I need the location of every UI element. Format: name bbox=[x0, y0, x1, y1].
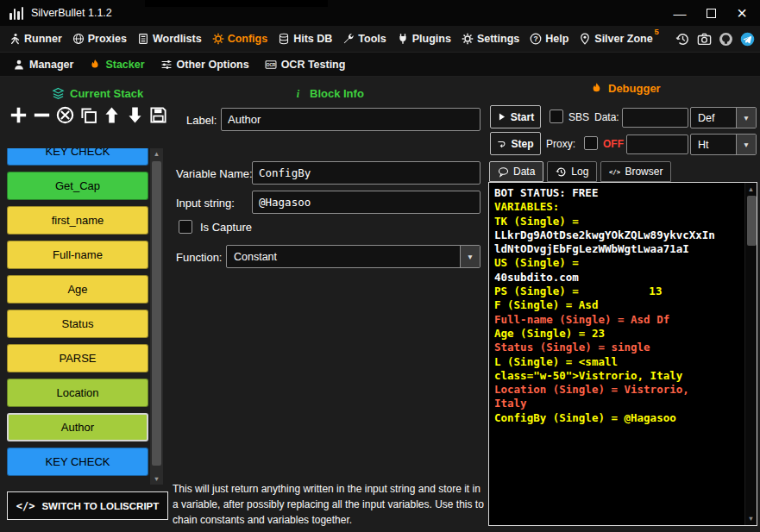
stack-block-full-name[interactable]: Full-name bbox=[7, 241, 148, 269]
menu-item-tools[interactable]: Tools bbox=[337, 26, 391, 52]
move-up-icon[interactable] bbox=[101, 103, 122, 126]
menu-item-hits-db[interactable]: Hits DB bbox=[273, 26, 337, 52]
menu-item-label: Runner bbox=[24, 33, 62, 45]
stack-toolbar bbox=[8, 103, 168, 126]
switch-to-loliscript-button[interactable]: </> SWITCH TO LOLISCRIPT bbox=[7, 491, 168, 520]
menu-item-label: Proxies bbox=[88, 33, 127, 45]
menu-item-label: Plugins bbox=[412, 33, 451, 45]
chevron-down-icon: ▼ bbox=[460, 246, 480, 267]
menu-item-runner[interactable]: Runner bbox=[3, 26, 67, 52]
scroll-down-icon[interactable]: ▼ bbox=[150, 473, 163, 485]
submenu-item-label: Stacker bbox=[105, 59, 144, 71]
step-button[interactable]: Step bbox=[490, 132, 541, 155]
add-block-icon[interactable] bbox=[8, 103, 28, 126]
tab-label: Log bbox=[571, 166, 588, 178]
tab-label: Data bbox=[513, 166, 535, 178]
input-string-input[interactable] bbox=[252, 191, 480, 214]
svg-text:i: i bbox=[297, 88, 300, 100]
data-type-dropdown[interactable]: Def ▼ bbox=[690, 107, 757, 128]
titlebar: SilverBullet 1.1.2 — × bbox=[0, 0, 760, 26]
variable-name-label: Variable Name: bbox=[176, 167, 253, 180]
scrollbar-thumb[interactable] bbox=[747, 196, 757, 246]
stack-scrollbar[interactable]: ▲ ▼ bbox=[150, 148, 163, 485]
main-area: Current Stack i Block Info Debugger KEY … bbox=[0, 77, 760, 532]
menu-item-configs[interactable]: Configs bbox=[207, 26, 273, 52]
submenu-item-stacker[interactable]: Stacker bbox=[81, 53, 152, 76]
tools-icon bbox=[342, 33, 355, 45]
window-title: SilverBullet 1.1.2 bbox=[31, 7, 112, 19]
menu-item-help[interactable]: ?Help bbox=[524, 26, 574, 52]
stack-block-get-cap[interactable]: Get_Cap bbox=[7, 172, 148, 200]
variable-name-input[interactable] bbox=[252, 161, 480, 185]
disable-block-icon[interactable] bbox=[54, 103, 75, 126]
menu-item-settings[interactable]: Settings bbox=[456, 26, 524, 52]
console-line: class="w-50">Vistrorio, Italy bbox=[494, 369, 751, 383]
stack-block-label: Full-name bbox=[53, 248, 103, 261]
debugger-header: Debugger bbox=[590, 82, 661, 95]
submenu-item-label: Other Options bbox=[177, 59, 249, 71]
minimize-button[interactable]: — bbox=[669, 2, 691, 24]
menu-item-plugins[interactable]: Plugins bbox=[392, 26, 456, 52]
menu-item-silver-zone[interactable]: Silver Zone5 bbox=[574, 26, 657, 52]
stack-block-location[interactable]: Location bbox=[7, 379, 148, 407]
wordlists-icon bbox=[137, 33, 149, 45]
menu-item-proxies[interactable]: Proxies bbox=[67, 26, 132, 52]
camera-icon[interactable] bbox=[697, 32, 712, 47]
scrollbar-thumb[interactable] bbox=[152, 161, 161, 466]
silverzone-icon bbox=[579, 33, 591, 45]
help-icon: ? bbox=[530, 33, 542, 45]
scroll-down-icon[interactable]: ▼ bbox=[745, 513, 757, 524]
data-input[interactable] bbox=[622, 108, 688, 128]
svg-text:</>: </> bbox=[609, 168, 620, 176]
stack-block-parse[interactable]: PARSE bbox=[7, 344, 148, 372]
function-dropdown[interactable]: Constant ▼ bbox=[226, 245, 480, 268]
github-icon[interactable] bbox=[719, 32, 733, 47]
stack-block-status[interactable]: Status bbox=[7, 310, 148, 338]
maximize-icon bbox=[707, 9, 716, 18]
code-icon: </> bbox=[16, 500, 35, 512]
scroll-up-icon[interactable]: ▲ bbox=[745, 184, 757, 195]
data-type-value: Def bbox=[691, 108, 736, 128]
start-button[interactable]: Start bbox=[490, 105, 541, 128]
clone-block-icon[interactable] bbox=[78, 103, 98, 126]
save-stack-icon[interactable] bbox=[148, 103, 168, 126]
proxy-input[interactable] bbox=[626, 135, 688, 154]
tab-data[interactable]: Data bbox=[489, 161, 543, 182]
stack-block-first-name[interactable]: first_name bbox=[7, 206, 148, 235]
main-menubar: RunnerProxiesWordlistsConfigsHits DBTool… bbox=[0, 26, 760, 53]
stack-block-label: Author bbox=[61, 421, 94, 434]
stack-block-key-check[interactable]: KEY CHECK bbox=[7, 148, 148, 166]
function-dropdown-value: Constant bbox=[227, 246, 460, 267]
console-scrollbar[interactable]: ▲ ▼ bbox=[744, 183, 757, 525]
submenu-item-manager[interactable]: Manager bbox=[5, 53, 81, 76]
sbs-checkbox[interactable] bbox=[550, 110, 563, 123]
submenu-item-other-options[interactable]: Other Options bbox=[153, 53, 257, 76]
tab-browser[interactable]: </>Browser bbox=[600, 161, 671, 182]
console-line: TK (Single) = bbox=[494, 215, 751, 228]
stack-block-key-check[interactable]: KEY CHECK bbox=[7, 448, 148, 476]
move-down-icon[interactable] bbox=[124, 103, 145, 126]
tab-log[interactable]: Log bbox=[547, 161, 597, 182]
stack-block-age[interactable]: Age bbox=[7, 275, 148, 304]
stack-block-label: PARSE bbox=[59, 352, 96, 365]
menu-item-wordlists[interactable]: Wordlists bbox=[132, 26, 207, 52]
console-line: BOT STATUS: FREE bbox=[494, 186, 751, 200]
ocr-icon: OCR bbox=[265, 59, 277, 71]
tab-label: Browser bbox=[625, 166, 663, 178]
proxy-type-dropdown[interactable]: Ht ▼ bbox=[690, 134, 757, 155]
proxy-checkbox[interactable] bbox=[584, 136, 598, 150]
console-line: Age (Single) = 23 bbox=[494, 327, 751, 341]
history-icon[interactable] bbox=[675, 32, 690, 47]
stack-block-author[interactable]: Author bbox=[7, 413, 148, 441]
maximize-button[interactable] bbox=[700, 2, 722, 24]
remove-block-icon[interactable] bbox=[31, 103, 52, 126]
stack-block-label: KEY CHECK bbox=[46, 455, 110, 468]
is-capture-checkbox[interactable] bbox=[179, 220, 192, 234]
label-input[interactable] bbox=[221, 108, 480, 131]
scroll-up-icon[interactable]: ▲ bbox=[150, 148, 163, 160]
telegram-icon[interactable] bbox=[740, 32, 755, 47]
close-button[interactable]: × bbox=[731, 2, 753, 24]
submenu-item-ocr-testing[interactable]: OCROCR Testing bbox=[257, 53, 354, 76]
stack-block-label: Get_Cap bbox=[55, 179, 100, 192]
data-tab-icon bbox=[498, 166, 509, 178]
